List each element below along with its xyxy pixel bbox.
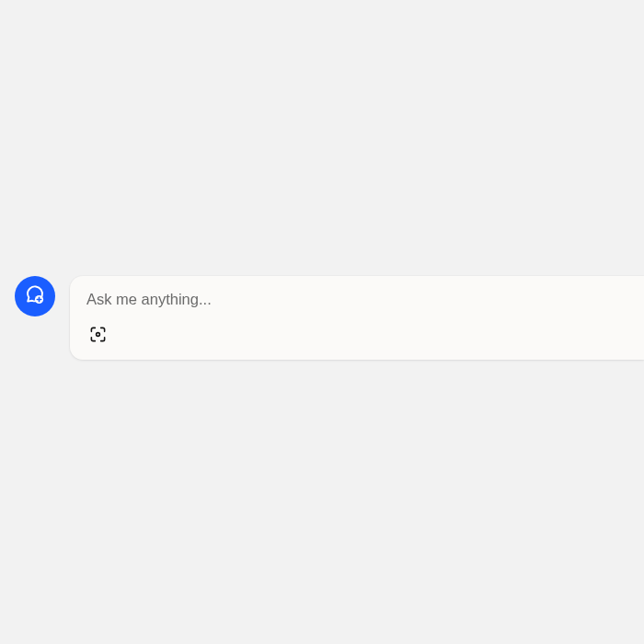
new-chat-button[interactable] xyxy=(15,276,55,316)
chat-input[interactable] xyxy=(86,289,627,310)
camera-scan-icon xyxy=(89,326,107,347)
camera-scan-button[interactable] xyxy=(86,325,109,347)
chat-input-card xyxy=(70,276,644,360)
chat-bar xyxy=(15,276,644,360)
input-toolbar xyxy=(86,325,627,347)
chat-plus-icon xyxy=(24,283,46,309)
svg-point-1 xyxy=(96,332,99,336)
